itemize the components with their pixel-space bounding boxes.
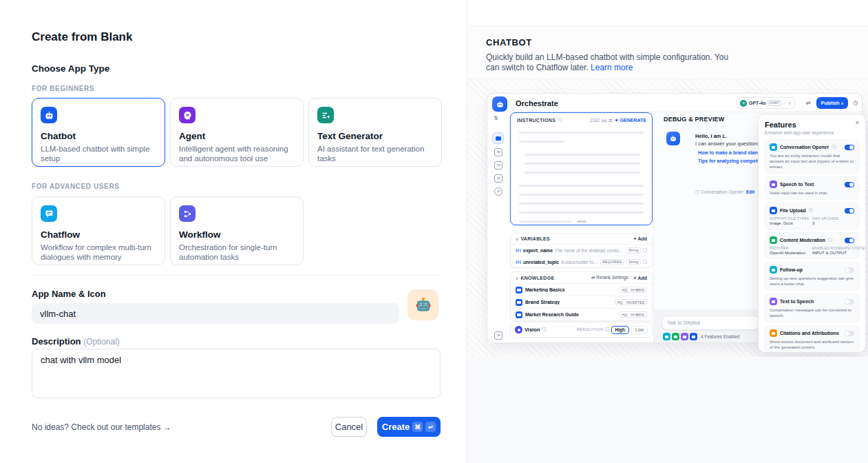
app-type-card-text-generator[interactable]: Text Generator AI assistant for text gen… xyxy=(308,98,442,167)
feature-title: Text to Speech xyxy=(780,299,814,304)
publish-label: Publish xyxy=(821,100,839,106)
variable-settings-icon[interactable] xyxy=(643,248,647,252)
generate-button[interactable]: ✦ GENERATE xyxy=(615,118,646,123)
variable-row[interactable]: {x} expert_name The name of the strategi… xyxy=(511,244,652,256)
dataset-name: Brand Strategy xyxy=(525,300,612,305)
chevron-down-icon[interactable]: ∨ xyxy=(516,276,518,280)
variable-settings-icon[interactable] xyxy=(643,260,647,264)
dataset-name: Marketing Basics xyxy=(525,287,617,292)
app-type-preview-panel: CHATBOT Quickly build an LLM-based chatb… xyxy=(467,0,868,463)
rail-preview-icon[interactable] xyxy=(494,148,502,156)
resolution-high-button[interactable]: High xyxy=(611,326,629,334)
feature-toggle[interactable] xyxy=(845,182,854,187)
dataset-badge: HQ · HYBRID xyxy=(620,311,647,318)
modal-footer: No ideas? Check out our templates → Canc… xyxy=(32,417,441,437)
add-knowledge-button[interactable]: + Add xyxy=(634,276,647,280)
info-icon: ⓘ xyxy=(604,327,608,331)
chat-input[interactable]: Talk to DifyBot xyxy=(661,316,759,330)
app-type-card-chatflow[interactable]: Chatflow Workflow for complex multi-turn… xyxy=(32,196,165,265)
learn-more-link[interactable]: Learn more xyxy=(591,63,633,72)
chatbot-icon xyxy=(41,107,57,123)
for-advanced-users-label: FOR ADVANCED USERS xyxy=(32,183,119,190)
model-selector[interactable]: ✳ GPT-4o CHAT ◦◦ ∨ xyxy=(736,97,795,109)
prompt-skeleton xyxy=(511,123,652,223)
cancel-button[interactable]: Cancel xyxy=(331,417,367,437)
info-icon: ⓘ xyxy=(809,207,813,214)
rail-swap-icon[interactable]: ⇅ xyxy=(494,115,498,121)
card-title: Text Generator xyxy=(317,131,433,141)
feature-toggle[interactable] xyxy=(845,145,854,150)
card-title: Workflow xyxy=(179,229,295,240)
preview-header: CHATBOT Quickly build an LLM-based chatb… xyxy=(467,26,868,79)
vision-icon xyxy=(515,326,522,333)
app-name-input[interactable] xyxy=(32,303,399,324)
for-beginners-label: FOR BEGINNERS xyxy=(32,85,94,92)
info-icon: ⓘ xyxy=(558,117,562,123)
variable-name: expert_name xyxy=(523,248,553,253)
chevron-down-icon: ∨ xyxy=(788,101,791,105)
knowledge-label: KNOWLEDGE xyxy=(520,276,554,280)
file-feature-icon xyxy=(690,333,697,340)
description-textarea[interactable] xyxy=(32,349,441,398)
feature-content-moderation: Content Moderation ⓘ PROVIDER OpenAI Mod… xyxy=(765,232,859,259)
follow-up-icon xyxy=(770,266,777,274)
text-to-speech-icon xyxy=(770,298,777,305)
add-variable-button[interactable]: + Add xyxy=(634,236,647,241)
model-param-icons: ◦◦ xyxy=(783,101,786,105)
resolution-low-button[interactable]: Low xyxy=(631,326,648,334)
create-button[interactable]: Create ⌘ ↵ xyxy=(377,417,441,437)
meta-key: PROVIDER xyxy=(770,246,812,250)
rail-settings-icon[interactable] xyxy=(494,187,502,196)
moderation-shield-icon xyxy=(770,236,777,244)
greeting-line1: Hello, I am L. xyxy=(695,133,727,139)
feature-title: Conversation Opener xyxy=(780,145,829,150)
rail-logs-icon[interactable] xyxy=(494,161,502,169)
publish-button[interactable]: Publish ∨ xyxy=(816,97,848,109)
meta-key: MAX UPLOADS xyxy=(812,216,854,220)
shot-title: Orchestrate xyxy=(516,99,558,107)
dataset-icon xyxy=(516,287,522,294)
close-icon[interactable]: × xyxy=(856,119,859,126)
app-icon-picker[interactable] xyxy=(407,289,438,320)
app-type-card-agent[interactable]: Agent Intelligent agent with reasoning a… xyxy=(170,98,304,167)
copy-icon[interactable]: ⊡ xyxy=(608,118,612,123)
feature-text-to-speech: Text to Speech Conversation messages can… xyxy=(765,294,859,322)
card-desc: Intelligent agent with reasoning and aut… xyxy=(179,144,295,163)
feature-desc: Show source document and attributed sect… xyxy=(770,339,854,350)
feature-toggle[interactable] xyxy=(845,331,854,336)
knowledge-row[interactable]: Marketing Basics HQ · HYBRID xyxy=(511,283,652,296)
instructions-label: INSTRUCTIONS xyxy=(517,118,555,123)
section-divider xyxy=(32,275,441,276)
feature-toggle[interactable] xyxy=(845,208,854,214)
conversation-opener-icon xyxy=(770,143,777,151)
knowledge-row[interactable]: Brand Strategy HQ · INVERTED xyxy=(511,296,652,308)
app-type-card-chatbot[interactable]: Chatbot LLM-based chatbot with simple se… xyxy=(32,98,165,167)
rail-orchestrate-icon[interactable] xyxy=(492,132,504,144)
rerank-settings-button[interactable]: ⇄ Rerank Settings xyxy=(591,275,628,280)
templates-link[interactable]: No ideas? Check out our templates → xyxy=(32,422,171,432)
chevron-down-icon[interactable]: ∨ xyxy=(516,236,518,241)
history-icon[interactable]: ◷ xyxy=(853,99,858,106)
feature-toggle[interactable] xyxy=(845,299,854,305)
feature-conversation-opener: Conversation Opener ⓘ You are an entity … xyxy=(765,139,859,174)
feature-toggle[interactable] xyxy=(845,267,854,273)
card-desc: LLM-based chatbot with simple setup xyxy=(41,144,156,163)
variable-row[interactable]: {x} unrelated_topic A placeholder for to… xyxy=(511,256,652,267)
variables-icon[interactable]: {x} xyxy=(602,119,606,123)
resize-handle[interactable] xyxy=(577,220,586,223)
choose-app-type-heading: Choose App Type xyxy=(32,63,109,74)
edit-opener-link[interactable]: Edit xyxy=(746,189,754,194)
features-subtitle: Enhance web-app user experience xyxy=(765,130,859,135)
cmd-key-icon: ⌘ xyxy=(412,422,423,432)
preview-title: CHATBOT xyxy=(486,37,868,48)
rail-collapse-icon[interactable] xyxy=(494,331,502,340)
agent-icon xyxy=(179,107,195,123)
feature-citations: Citations and Attributions Show source d… xyxy=(765,325,859,353)
rail-annotation-icon[interactable] xyxy=(494,174,502,183)
app-type-card-workflow[interactable]: Workflow Orchestration for single-turn a… xyxy=(170,196,304,265)
text-generator-icon xyxy=(317,107,334,123)
model-swap-icon[interactable]: ⇄ xyxy=(806,100,811,106)
feature-toggle[interactable] xyxy=(845,238,854,243)
knowledge-row[interactable]: Market Research Guide HQ · HYBRID xyxy=(511,308,652,320)
feature-speech-to-text: Speech to Text Voice input can be used i… xyxy=(765,176,859,200)
